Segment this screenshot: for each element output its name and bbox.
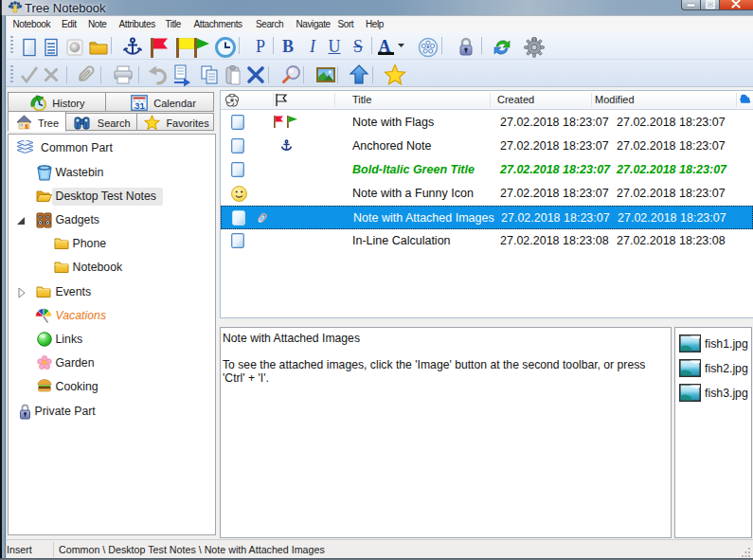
- svg-text:31: 31: [134, 100, 145, 111]
